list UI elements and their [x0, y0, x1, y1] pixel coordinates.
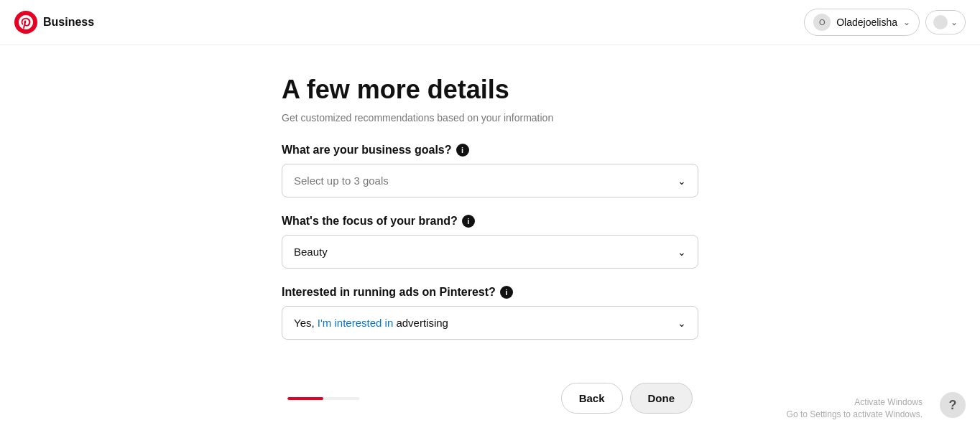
- goals-section: What are your business goals? i Select u…: [282, 144, 698, 197]
- windows-line1: Activate Windows: [787, 396, 923, 409]
- windows-watermark: Activate Windows Go to Settings to activ…: [787, 396, 923, 421]
- header-right: O Oladejoelisha ⌄ ⌄: [804, 9, 966, 36]
- ads-chevron-icon: ⌄: [678, 317, 686, 329]
- secondary-dropdown[interactable]: ⌄: [925, 10, 966, 34]
- business-label: Business: [43, 16, 94, 29]
- goals-dropdown[interactable]: Select up to 3 goals ⌄: [282, 164, 698, 197]
- brand-value: Beauty: [294, 246, 328, 258]
- ads-label: Interested in running ads on Pinterest? …: [282, 286, 698, 299]
- ads-section: Interested in running ads on Pinterest? …: [282, 286, 698, 340]
- brand-section: What's the focus of your brand? i Beauty…: [282, 215, 698, 269]
- goals-chevron-icon: ⌄: [678, 175, 686, 187]
- svg-point-0: [14, 11, 37, 34]
- user-dropdown-chevron-icon: ⌄: [903, 17, 910, 27]
- page-subtitle: Get customized recommendations based on …: [282, 112, 698, 124]
- help-button[interactable]: ?: [940, 392, 966, 418]
- form-container: A few more details Get customized recomm…: [282, 74, 698, 357]
- progress-fill: [287, 397, 323, 400]
- goals-label: What are your business goals? i: [282, 144, 698, 157]
- back-button[interactable]: Back: [561, 383, 623, 414]
- user-dropdown[interactable]: O Oladejoelisha ⌄: [804, 9, 920, 36]
- brand-label: What's the focus of your brand? i: [282, 215, 698, 228]
- brand-dropdown[interactable]: Beauty ⌄: [282, 235, 698, 269]
- ads-dropdown[interactable]: Yes, I'm interested in advertising ⌄: [282, 306, 698, 340]
- ads-value: Yes, I'm interested in advertising: [294, 317, 448, 329]
- goals-info-icon[interactable]: i: [456, 144, 469, 157]
- goals-placeholder: Select up to 3 goals: [294, 175, 389, 187]
- user-avatar: O: [813, 14, 831, 31]
- page-title: A few more details: [282, 74, 698, 105]
- secondary-avatar: [933, 15, 948, 29]
- windows-line2: Go to Settings to activate Windows.: [787, 409, 923, 421]
- user-name: Oladejoelisha: [836, 17, 897, 28]
- header-left: Business: [14, 11, 94, 34]
- header: Business O Oladejoelisha ⌄ ⌄: [0, 0, 980, 45]
- main-content: A few more details Get customized recomm…: [0, 45, 980, 386]
- progress-bar: [287, 397, 359, 400]
- footer-buttons: Back Done: [561, 383, 693, 414]
- progress-bar-container: [287, 397, 359, 400]
- pinterest-logo: [14, 11, 37, 34]
- done-button[interactable]: Done: [630, 383, 693, 414]
- secondary-dropdown-chevron-icon: ⌄: [951, 17, 958, 27]
- ads-info-icon[interactable]: i: [500, 286, 513, 299]
- brand-info-icon[interactable]: i: [462, 215, 475, 228]
- brand-chevron-icon: ⌄: [678, 246, 686, 258]
